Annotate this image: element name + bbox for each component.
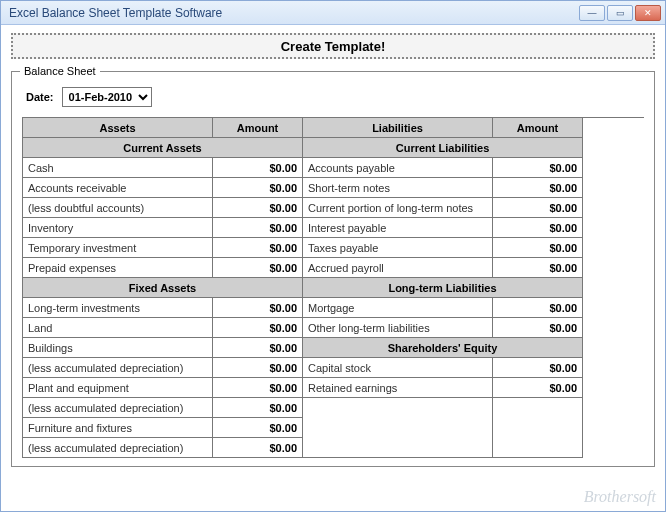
empty-cell [493, 418, 583, 438]
label-oltl: Other long-term liabilities [303, 318, 493, 338]
amount-lt-inv: $0.00 [213, 298, 303, 318]
balance-sheet-fieldset: Balance Sheet Date: 01-Feb-2010 Assets A… [11, 65, 655, 467]
amount-lad2: $0.00 [213, 398, 303, 418]
section-shareholders-equity: Shareholders' Equity [303, 338, 583, 358]
amount-ar: $0.00 [213, 178, 303, 198]
label-inventory: Inventory [23, 218, 213, 238]
amount-oltl: $0.00 [493, 318, 583, 338]
amount-plant: $0.00 [213, 378, 303, 398]
amount-tp: $0.00 [493, 238, 583, 258]
amount-ap: $0.00 [493, 158, 583, 178]
header-liabilities: Liabilities [303, 118, 493, 138]
balance-sheet-grid: Assets Amount Liabilities Amount Current… [22, 117, 644, 458]
header-amount-right: Amount [493, 118, 583, 138]
label-prepaid: Prepaid expenses [23, 258, 213, 278]
label-lad1: (less accumulated depreciation) [23, 358, 213, 378]
close-button[interactable]: ✕ [635, 5, 661, 21]
date-label: Date: [26, 91, 54, 103]
label-land: Land [23, 318, 213, 338]
maximize-button[interactable]: ▭ [607, 5, 633, 21]
amount-cpltn: $0.00 [493, 198, 583, 218]
fieldset-legend: Balance Sheet [20, 65, 100, 77]
header-amount-left: Amount [213, 118, 303, 138]
amount-buildings: $0.00 [213, 338, 303, 358]
header-assets: Assets [23, 118, 213, 138]
amount-prepaid: $0.00 [213, 258, 303, 278]
label-furniture: Furniture and fixtures [23, 418, 213, 438]
amount-lad1: $0.00 [213, 358, 303, 378]
label-tp: Taxes payable [303, 238, 493, 258]
amount-land: $0.00 [213, 318, 303, 338]
amount-apr: $0.00 [493, 258, 583, 278]
label-lda: (less doubtful accounts) [23, 198, 213, 218]
label-capital: Capital stock [303, 358, 493, 378]
label-lad3: (less accumulated depreciation) [23, 438, 213, 458]
amount-lda: $0.00 [213, 198, 303, 218]
amount-ip: $0.00 [493, 218, 583, 238]
label-apr: Accrued payroll [303, 258, 493, 278]
empty-cell [493, 398, 583, 418]
label-mortgage: Mortgage [303, 298, 493, 318]
amount-temp-inv: $0.00 [213, 238, 303, 258]
label-plant: Plant and equipment [23, 378, 213, 398]
label-ar: Accounts receivable [23, 178, 213, 198]
amount-stn: $0.00 [493, 178, 583, 198]
section-long-term-liabilities: Long-term Liabilities [303, 278, 583, 298]
label-temp-inv: Temporary investment [23, 238, 213, 258]
empty-cell [303, 398, 493, 418]
label-ap: Accounts payable [303, 158, 493, 178]
app-window: Excel Balance Sheet Template Software — … [0, 0, 666, 512]
date-row: Date: 01-Feb-2010 [20, 83, 646, 117]
amount-furniture: $0.00 [213, 418, 303, 438]
minimize-button[interactable]: — [579, 5, 605, 21]
label-cash: Cash [23, 158, 213, 178]
amount-retained: $0.00 [493, 378, 583, 398]
label-lad2: (less accumulated depreciation) [23, 398, 213, 418]
empty-cell [303, 438, 493, 458]
amount-cash: $0.00 [213, 158, 303, 178]
window-controls: — ▭ ✕ [579, 5, 661, 21]
empty-cell [493, 438, 583, 458]
label-cpltn: Current portion of long-term notes [303, 198, 493, 218]
section-current-liabilities: Current Liabilities [303, 138, 583, 158]
label-stn: Short-term notes [303, 178, 493, 198]
window-title: Excel Balance Sheet Template Software [9, 6, 579, 20]
section-current-assets: Current Assets [23, 138, 303, 158]
window-content: Create Template! Balance Sheet Date: 01-… [1, 25, 665, 511]
amount-lad3: $0.00 [213, 438, 303, 458]
amount-inventory: $0.00 [213, 218, 303, 238]
date-select[interactable]: 01-Feb-2010 [62, 87, 152, 107]
create-template-button[interactable]: Create Template! [11, 33, 655, 59]
label-retained: Retained earnings [303, 378, 493, 398]
section-fixed-assets: Fixed Assets [23, 278, 303, 298]
label-lt-inv: Long-term investments [23, 298, 213, 318]
amount-mortgage: $0.00 [493, 298, 583, 318]
empty-cell [303, 418, 493, 438]
titlebar: Excel Balance Sheet Template Software — … [1, 1, 665, 25]
amount-capital: $0.00 [493, 358, 583, 378]
label-buildings: Buildings [23, 338, 213, 358]
label-ip: Interest payable [303, 218, 493, 238]
